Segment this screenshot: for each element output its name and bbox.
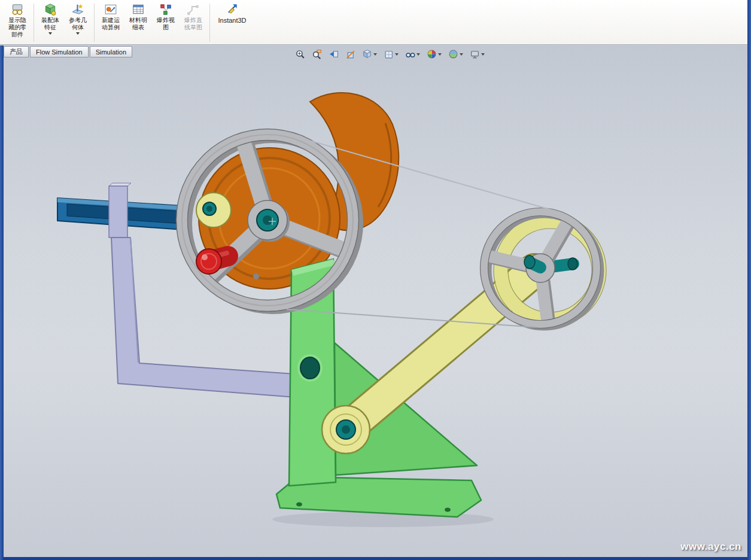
reference-geometry-icon xyxy=(71,3,84,16)
section-view-icon[interactable] xyxy=(344,48,357,60)
base-screw-hole xyxy=(445,508,451,512)
watermark: www.ayc.cn xyxy=(680,541,741,553)
command-tabs: 产品 Flow Simulation Simulation xyxy=(4,46,133,57)
zoom-to-fit-icon[interactable] xyxy=(294,48,306,60)
button-label-line: Instant3D xyxy=(218,17,246,24)
bushing-yellow-left[interactable] xyxy=(196,193,231,227)
button-label-line: 部件 xyxy=(11,31,23,38)
explode-line-sketch-icon xyxy=(187,3,200,16)
button-label-line: 图 xyxy=(163,24,169,31)
button-label-line: 参考几 xyxy=(69,17,87,24)
dropdown-caret-icon xyxy=(416,53,420,56)
button-label-line: 新建运 xyxy=(102,17,120,24)
new-motion-study-icon xyxy=(104,3,117,16)
bill-of-materials-icon xyxy=(132,3,145,16)
dropdown-caret-icon xyxy=(438,53,442,56)
headsup-view-toolbar xyxy=(294,48,486,60)
tab-label: Flow Simulation xyxy=(36,48,83,56)
graphics-viewport[interactable]: 产品 Flow Simulation Simulation xyxy=(0,45,751,560)
button-label-line: 显示隐 xyxy=(8,17,26,24)
tab-label: 产品 xyxy=(10,47,23,56)
instant3d-button[interactable]: Instant3D xyxy=(212,1,252,43)
assembly-features-button[interactable]: 装配体 特征 xyxy=(37,1,64,43)
window-frame-left xyxy=(0,45,4,560)
tab-label: Simulation xyxy=(96,48,126,56)
instant3d-icon xyxy=(226,3,239,16)
apply-scene-icon[interactable] xyxy=(447,48,464,60)
button-label-line: 装配体 xyxy=(41,17,59,24)
view-orientation-icon[interactable] xyxy=(361,48,378,60)
view-settings-icon[interactable] xyxy=(469,48,486,60)
assembly-features-icon xyxy=(44,3,57,16)
toolbar-separator xyxy=(94,4,95,42)
window-frame-right xyxy=(747,0,751,560)
button-label-line: 动算例 xyxy=(102,24,120,31)
explode-line-sketch-button[interactable]: 爆炸直 线草图 xyxy=(180,1,207,43)
knob-face xyxy=(196,249,221,274)
exploded-view-icon xyxy=(159,3,172,16)
dropdown-caret-icon xyxy=(481,53,485,56)
small-hub-shaft-face xyxy=(524,255,535,269)
hide-show-items-icon[interactable] xyxy=(404,48,421,60)
button-label-line: 爆炸视 xyxy=(157,17,175,24)
zoom-to-area-icon[interactable] xyxy=(311,48,323,60)
knob-glint xyxy=(202,254,208,260)
dropdown-caret-icon xyxy=(76,32,80,35)
dropdown-caret-icon xyxy=(373,53,377,56)
toolbar-separator xyxy=(209,4,210,42)
display-style-icon[interactable] xyxy=(382,48,400,60)
model-canvas[interactable] xyxy=(0,45,751,560)
show-hidden-components-button[interactable]: 显示隐 藏的零 部件 xyxy=(4,1,31,43)
new-motion-study-button[interactable]: 新建运 动算例 xyxy=(97,1,124,43)
rim-dot xyxy=(253,273,259,279)
large-hub-center xyxy=(263,215,272,225)
shaft-end-face xyxy=(568,258,577,270)
button-label-line: 何体 xyxy=(72,24,84,31)
column-hole xyxy=(300,357,320,379)
show-hidden-components-icon xyxy=(11,3,24,16)
edit-appearance-icon[interactable] xyxy=(425,48,443,60)
solidworks-window: 显示隐 藏的零 部件 装配体 特征 xyxy=(0,0,751,560)
bushing-shaft-center xyxy=(206,206,212,212)
reference-geometry-button[interactable]: 参考几 何体 xyxy=(64,1,92,43)
button-label-line: 藏的零 xyxy=(8,24,26,31)
dropdown-caret-icon xyxy=(48,32,52,35)
small-pulley-assembly[interactable] xyxy=(481,208,607,328)
button-label-line: 材料明 xyxy=(129,17,147,24)
toolbar-separator xyxy=(34,4,34,42)
window-frame-bottom xyxy=(0,557,751,560)
base-screw-hole xyxy=(296,503,302,507)
tab-product[interactable]: 产品 xyxy=(4,46,29,57)
tab-flow-simulation[interactable]: Flow Simulation xyxy=(30,46,89,57)
bracket-post xyxy=(109,186,127,238)
link-pin-center xyxy=(342,425,350,434)
previous-view-icon[interactable] xyxy=(327,48,340,60)
exploded-view-button[interactable]: 爆炸视 图 xyxy=(152,1,180,43)
button-label-line: 线草图 xyxy=(184,24,202,31)
button-label-line: 细表 xyxy=(132,24,144,31)
button-label-line: 爆炸直 xyxy=(184,17,202,24)
main-toolbar: 显示隐 藏的零 部件 装配体 特征 xyxy=(0,0,747,45)
dropdown-caret-icon xyxy=(395,53,399,56)
button-label-line: 特征 xyxy=(44,24,56,31)
bill-of-materials-button[interactable]: 材料明 细表 xyxy=(124,1,152,43)
dropdown-caret-icon xyxy=(460,53,463,56)
tab-simulation[interactable]: Simulation xyxy=(90,46,132,57)
